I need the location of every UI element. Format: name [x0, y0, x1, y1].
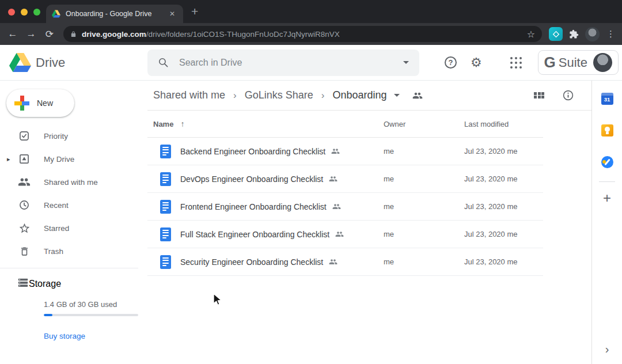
shared-people-icon [335, 230, 344, 238]
url-domain: drive.google.com [82, 30, 146, 39]
grid-view-icon[interactable] [534, 92, 544, 99]
window-zoom-button[interactable] [33, 9, 40, 16]
info-icon[interactable] [562, 89, 574, 101]
file-name: Frontend Engineer Onboarding Checklist [180, 202, 327, 211]
browser-tab-strip: Onboarding - Google Drive ✕ + [0, 0, 622, 23]
sidebar-item-shared-with-me[interactable]: Shared with me [0, 170, 147, 194]
file-row[interactable]: Backend Engineer Onboarding Checklist me… [147, 138, 543, 165]
storage-usage-text: 1.4 GB of 30 GB used [44, 300, 147, 309]
star-icon [17, 222, 31, 234]
file-row[interactable]: Full Stack Engineer Onboarding Checklist… [147, 221, 543, 248]
column-header-name[interactable]: Name [153, 120, 173, 128]
sidebar: New Priority ▸ [0, 81, 147, 364]
address-bar[interactable]: drive.google.com /drive/folders/1oiCO1S-… [63, 26, 542, 42]
browser-menu-icon[interactable]: ⋮ [606, 29, 615, 39]
panel-divider [599, 181, 615, 182]
account-avatar[interactable] [593, 53, 612, 72]
file-name: Security Engineer Onboarding Checklist [180, 257, 323, 267]
file-name: Full Stack Engineer Onboarding Checklist [180, 230, 329, 239]
window-close-button[interactable] [8, 9, 15, 16]
sidebar-item-recent[interactable]: Recent [0, 194, 147, 217]
gear-icon[interactable]: ⚙ [471, 56, 482, 69]
app-name: Drive [36, 55, 65, 70]
bookmark-star-icon[interactable]: ☆ [527, 29, 535, 40]
tab-close-icon[interactable]: ✕ [167, 9, 177, 19]
search-bar[interactable] [147, 50, 419, 76]
file-name: DevOps Engineer Onboarding Checklist [180, 175, 323, 184]
main-content: Shared with me › GoLinks Share › Onboard… [147, 81, 591, 364]
file-owner: me [384, 147, 394, 156]
file-owner: me [384, 230, 394, 238]
breadcrumb-shared-with-me[interactable]: Shared with me [153, 89, 225, 101]
window-minimize-button[interactable] [21, 9, 28, 16]
file-modified: Jul 23, 2020 me [464, 230, 518, 238]
tasks-icon[interactable] [601, 156, 613, 168]
extensions-puzzle-icon[interactable] [569, 29, 579, 39]
browser-tab[interactable]: Onboarding - Google Drive ✕ [46, 5, 183, 23]
sidebar-item-trash[interactable]: Trash [0, 240, 147, 263]
add-addon-icon[interactable]: + [603, 190, 611, 206]
folder-menu-caret-icon[interactable] [394, 94, 400, 97]
column-header-last-modified[interactable]: Last modified [464, 120, 509, 128]
extension-icon[interactable] [549, 27, 563, 41]
google-docs-icon [160, 200, 171, 214]
column-header-owner[interactable]: Owner [384, 120, 405, 128]
view-actions [534, 89, 574, 101]
file-modified: Jul 23, 2020 me [464, 202, 518, 211]
calendar-day-label: 31 [601, 96, 613, 103]
file-modified: Jul 23, 2020 me [464, 257, 518, 266]
file-owner: me [384, 175, 394, 183]
file-name: Backend Engineer Onboarding Checklist [180, 147, 325, 156]
search-input[interactable] [179, 58, 403, 68]
drive-header: Drive ? ⚙ G Suite [0, 45, 622, 81]
expand-arrow-icon[interactable]: ▸ [7, 156, 10, 163]
clock-icon [17, 199, 31, 211]
screen: Onboarding - Google Drive ✕ + ← → ⟳ driv… [0, 0, 622, 364]
breadcrumb-separator-icon: › [233, 90, 237, 101]
help-icon[interactable]: ? [445, 56, 457, 69]
breadcrumb-golinks-share[interactable]: GoLinks Share [245, 89, 313, 101]
folder-shared-icon [412, 90, 423, 101]
calendar-icon[interactable]: 31 [601, 93, 613, 105]
gsuite-account-badge[interactable]: G Suite [538, 50, 619, 75]
back-button[interactable]: ← [3, 28, 22, 40]
new-tab-button[interactable]: + [191, 6, 198, 17]
sidebar-item-starred[interactable]: Starred [0, 217, 147, 240]
file-modified: Jul 23, 2020 me [464, 175, 518, 183]
sidebar-item-storage[interactable]: Storage [0, 272, 147, 295]
priority-check-icon [17, 130, 31, 142]
breadcrumb: Shared with me › GoLinks Share › Onboard… [147, 81, 591, 111]
file-row[interactable]: DevOps Engineer Onboarding Checklist me … [147, 165, 543, 193]
drive-logo[interactable]: Drive [9, 53, 147, 72]
my-drive-icon [17, 153, 31, 165]
google-docs-icon [160, 172, 171, 186]
file-modified: Jul 23, 2020 me [464, 147, 518, 156]
browser-profile-avatar[interactable] [585, 27, 600, 41]
new-button[interactable]: New [6, 89, 74, 117]
sort-ascending-icon[interactable]: ↑ [180, 119, 184, 128]
search-options-caret-icon[interactable] [403, 61, 409, 64]
keep-icon[interactable] [601, 124, 613, 136]
table-header: Name ↑ Owner Last modified [147, 111, 543, 138]
breadcrumb-current-folder[interactable]: Onboarding [332, 89, 386, 101]
shared-people-icon [332, 202, 341, 211]
collapse-panel-chevron-icon[interactable]: › [605, 343, 609, 356]
storage-icon [17, 278, 29, 290]
google-docs-icon [160, 255, 171, 269]
tab-title: Onboarding - Google Drive [66, 10, 167, 18]
mouse-cursor [213, 293, 223, 307]
apps-grid-icon[interactable] [510, 57, 522, 69]
forward-button[interactable]: → [22, 28, 40, 40]
gsuite-label: Suite [559, 55, 587, 70]
reload-button[interactable]: ⟳ [40, 28, 59, 40]
new-button-label: New [37, 98, 53, 108]
drive-favicon [52, 10, 60, 18]
sidebar-item-priority[interactable]: Priority [0, 124, 147, 147]
file-row[interactable]: Frontend Engineer Onboarding Checklist m… [147, 193, 543, 221]
google-docs-icon [160, 227, 171, 241]
gsuite-g-logo: G [544, 54, 556, 71]
sidebar-item-my-drive[interactable]: ▸ My Drive [0, 147, 147, 170]
file-row[interactable]: Security Engineer Onboarding Checklist m… [147, 248, 543, 276]
shared-people-icon [329, 257, 337, 266]
buy-storage-link[interactable]: Buy storage [44, 332, 85, 340]
